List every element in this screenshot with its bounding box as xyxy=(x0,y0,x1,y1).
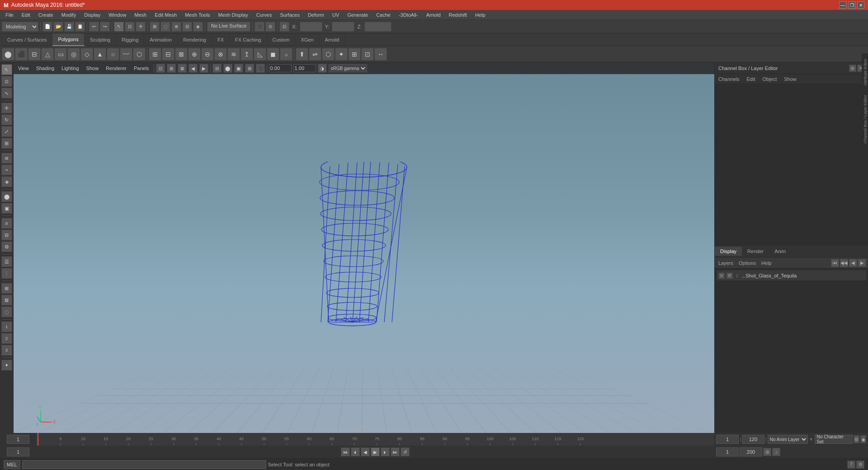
shelf-fill-hole[interactable]: ⬦ xyxy=(280,48,292,61)
transform-tool[interactable]: ⊞ xyxy=(1,138,12,149)
custom-tool-2[interactable]: ▣ xyxy=(1,203,12,214)
move-tool[interactable]: ✛ xyxy=(1,103,12,113)
cb-tab-edit[interactable]: Edit xyxy=(743,75,759,83)
lasso-tool[interactable]: ∿ xyxy=(1,88,12,99)
tab-arnold[interactable]: Arnold xyxy=(320,33,345,46)
vp-frame-all[interactable]: ⊞ xyxy=(167,64,176,73)
timeline-ruler[interactable]: 1 5 10 15 20 25 30 xyxy=(36,433,714,446)
shelf-quad[interactable]: ◼ xyxy=(267,48,279,61)
vp-textured[interactable]: ▣ xyxy=(234,64,243,73)
vp-menu-panels[interactable]: Panels xyxy=(131,65,152,72)
save-file-btn[interactable]: 💾 xyxy=(64,22,74,32)
step-back-btn[interactable]: ⏴ xyxy=(351,447,360,456)
save-as-btn[interactable]: 📋 xyxy=(75,22,85,32)
play-end-field[interactable] xyxy=(740,447,762,456)
tool-settings-toggle[interactable]: ⚙ xyxy=(1,241,12,252)
vp-frame-sel[interactable]: ⊠ xyxy=(178,64,187,73)
frame-all[interactable]: ⊞ xyxy=(1,283,12,294)
menu-arnold[interactable]: Arnold xyxy=(423,11,444,19)
lasso-select-btn[interactable]: ⊡ xyxy=(125,22,135,32)
play-fwd-btn[interactable]: ▶ xyxy=(371,447,380,456)
z-field[interactable] xyxy=(364,22,392,32)
rotate-tool[interactable]: ↻ xyxy=(1,114,12,125)
shelf-pyramid[interactable]: ▲ xyxy=(94,48,106,61)
play-back-btn[interactable]: ◀ xyxy=(361,447,370,456)
tab-rigging[interactable]: Rigging xyxy=(116,33,144,46)
layer-item[interactable]: V P / ...Shot_Glass_of_Tequila xyxy=(717,270,866,281)
shelf-bevel[interactable]: ⬡ xyxy=(322,48,335,61)
channel-box-toggle[interactable]: ≡ xyxy=(1,218,12,229)
layer-prev-btn[interactable]: ◀◀ xyxy=(840,259,848,267)
shelf-avg-normal[interactable]: ↥ xyxy=(241,48,253,61)
display-tab[interactable]: Display xyxy=(715,247,742,256)
vp-zero-field[interactable] xyxy=(269,64,292,72)
vp-wireframe[interactable]: ⊟ xyxy=(212,64,222,73)
open-file-btn[interactable]: 📂 xyxy=(53,22,63,32)
sculpt-tool[interactable]: ≈ xyxy=(1,164,12,175)
vp-select-cam[interactable]: ⊡ xyxy=(156,64,165,73)
vp-next[interactable]: ▶ xyxy=(199,64,208,73)
shelf-bool-union[interactable]: ⊕ xyxy=(188,48,201,61)
render-tab[interactable]: Render xyxy=(742,247,769,256)
shelf-insert-loop[interactable]: ⊞ xyxy=(348,48,361,61)
menu-redshift[interactable]: Redshift xyxy=(445,11,471,19)
quick-key-2[interactable]: 2 xyxy=(1,333,12,344)
mode-dropdown[interactable]: Modeling Rigging Animation FX Rendering … xyxy=(2,22,38,32)
timeline-range-start[interactable] xyxy=(716,435,739,444)
shelf-torus[interactable]: ◎ xyxy=(67,48,80,61)
shelf-cube[interactable]: ⬛ xyxy=(15,48,28,61)
shelf-pipe[interactable]: ○ xyxy=(107,48,119,61)
shelf-plane[interactable]: ▭ xyxy=(54,48,67,61)
menu-modify[interactable]: Modify xyxy=(58,11,80,19)
shelf-bool-diff[interactable]: ⊖ xyxy=(201,48,214,61)
transform-display-btn[interactable]: ⊡ xyxy=(279,22,289,32)
layer-prev1-btn[interactable]: ◀ xyxy=(849,259,857,267)
cb-tab-show[interactable]: Show xyxy=(780,75,800,83)
shelf-combine[interactable]: ⊞ xyxy=(149,48,161,61)
menu-mesh-tools[interactable]: Mesh Tools xyxy=(181,11,213,19)
vp-menu-shading[interactable]: Shading xyxy=(33,65,57,72)
shelf-sphere[interactable]: ⬤ xyxy=(2,48,14,61)
select-tool[interactable]: ↖ xyxy=(1,64,12,75)
tab-animation[interactable]: Animation xyxy=(144,33,178,46)
cb-tab-channels[interactable]: Channels xyxy=(715,75,743,83)
vp-gamma-select[interactable]: sRGB gamma xyxy=(329,64,367,72)
frame-selected[interactable]: ⊠ xyxy=(1,295,12,306)
sound-btn[interactable]: ♪ xyxy=(772,448,780,456)
shelf-extrude[interactable]: ⬆ xyxy=(296,48,308,61)
menu-file[interactable]: File xyxy=(2,11,17,19)
tab-rendering[interactable]: Rendering xyxy=(178,33,212,46)
playback-options-btn[interactable]: ⚙ xyxy=(763,448,771,456)
timeline-range-end[interactable] xyxy=(742,435,764,444)
current-frame-input[interactable] xyxy=(7,447,29,456)
menu-deform[interactable]: Deform xyxy=(304,11,328,19)
menu-uv[interactable]: UV xyxy=(329,11,343,19)
anim-tab[interactable]: Anim xyxy=(769,247,791,256)
vp-menu-view[interactable]: View xyxy=(15,65,32,72)
shelf-tri[interactable]: ◺ xyxy=(254,48,266,61)
menu-cache[interactable]: Cache xyxy=(373,11,394,19)
render-btn[interactable]: 🎥 xyxy=(255,22,264,32)
vp-menu-renderer[interactable]: Renderer xyxy=(103,65,129,72)
layer-next1-btn[interactable]: ▶ xyxy=(858,259,866,267)
quick-key-3[interactable]: 3 xyxy=(1,345,12,356)
tab-sculpting[interactable]: Sculpting xyxy=(85,33,116,46)
tab-fx[interactable]: FX xyxy=(212,33,230,46)
options-btn[interactable]: Options xyxy=(737,259,758,267)
redo-btn[interactable]: ↪ xyxy=(100,22,110,32)
go-end-btn[interactable]: ⏭ xyxy=(391,447,400,456)
menu-help[interactable]: Help xyxy=(472,11,489,19)
soft-mod-tool[interactable]: ≋ xyxy=(1,153,12,164)
close-button[interactable]: ✕ xyxy=(857,1,864,9)
mel-label[interactable]: MEL xyxy=(4,460,20,469)
key-btn[interactable]: ◆ xyxy=(860,435,866,443)
shelf-prism[interactable]: ◇ xyxy=(80,48,93,61)
snap-grid-btn[interactable]: ⊞ xyxy=(150,22,160,32)
shelf-helix[interactable]: 〰 xyxy=(120,48,132,61)
help-btn-layers[interactable]: Help xyxy=(760,259,774,267)
shelf-crease[interactable]: ✦ xyxy=(335,48,348,61)
vp-one-field[interactable] xyxy=(293,64,316,72)
attr-editor-toggle[interactable]: ⊟ xyxy=(1,230,12,240)
timeline-start-input[interactable] xyxy=(7,435,29,444)
vp-grid[interactable]: ⊞ xyxy=(245,64,254,73)
